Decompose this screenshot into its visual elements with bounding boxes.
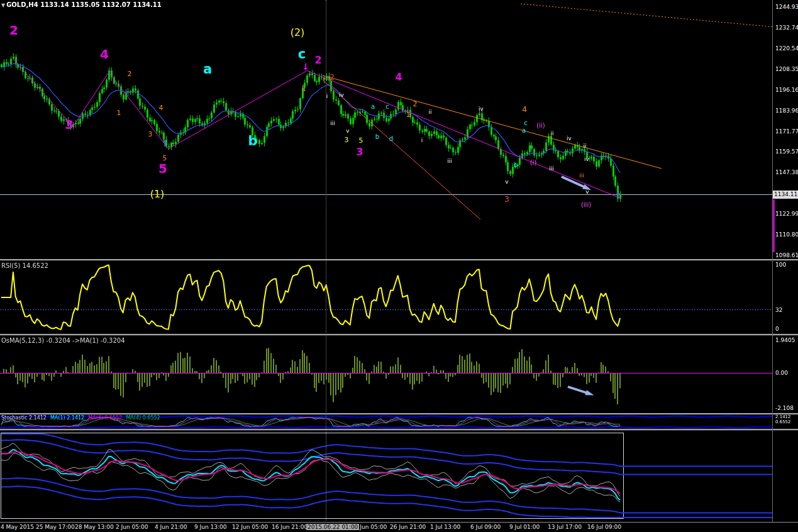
wave-label: 2 xyxy=(413,101,418,108)
axis-label: 0.6552 xyxy=(775,419,791,424)
wave-label: 3 xyxy=(356,147,363,157)
wave-label: 2 xyxy=(330,74,335,81)
price-axis-label: 1171.77 xyxy=(775,128,798,135)
wave-label: iii xyxy=(330,121,335,126)
osma-indicator-chart[interactable] xyxy=(0,336,773,413)
wave-label: 2 xyxy=(9,24,18,36)
wave-label: 5 xyxy=(158,162,167,175)
wave-label: iii xyxy=(549,166,554,172)
wave-label: (ii) xyxy=(536,123,545,129)
wave-label: i xyxy=(326,94,328,99)
price-axis-label: 1183.96 xyxy=(775,108,798,114)
wave-label: i xyxy=(421,138,423,143)
panel-separator[interactable] xyxy=(0,429,798,431)
axis-label: 1.9405 xyxy=(775,337,795,343)
axis-label: -2.108 xyxy=(775,405,794,411)
rsi-label: RSI(5) 14.6522 xyxy=(1,262,48,269)
time-axis-label: 13 Jul 17:00 xyxy=(548,524,582,530)
rsi-indicator-chart[interactable] xyxy=(0,261,773,334)
wave-label: 3 xyxy=(148,131,153,138)
wave-label: (2) xyxy=(291,28,305,38)
wave-label: v xyxy=(505,179,508,185)
vertical-date-line xyxy=(326,0,326,521)
wave-label: v xyxy=(585,189,589,195)
chart-title: ▼GOLD,H4 1133.14 1135.05 1132.07 1134.11 xyxy=(1,1,162,8)
price-axis-label: 1098.61 xyxy=(775,252,798,258)
panel-separator[interactable] xyxy=(0,334,798,336)
indicator-label-fragment: Stochastic 2.1412 xyxy=(1,415,47,421)
scale-border xyxy=(772,0,773,522)
price-axis-label: 1220.54 xyxy=(775,45,798,52)
time-axis-label: 25 May 17:00 xyxy=(36,524,75,530)
wave-label: 4 xyxy=(395,72,402,82)
wave-label: iv xyxy=(479,106,484,112)
wave-label: 1 xyxy=(406,111,411,118)
axis-label: 2.1412 xyxy=(775,414,791,419)
trade-signal-arrow-icon: ↑ xyxy=(161,139,169,148)
time-axis-label: 28 May 13:00 xyxy=(75,524,114,530)
wave-label: 3 xyxy=(345,136,349,143)
wave-label: 3 xyxy=(65,118,74,131)
wave-label: 4 xyxy=(159,104,163,111)
wave-label: iii xyxy=(447,158,452,164)
indicator-label-fragment: MA(4) 0.6552 xyxy=(126,415,160,421)
wave-label: 2 xyxy=(314,55,321,65)
wave-label: ii xyxy=(550,131,553,136)
wave-label: (iii) xyxy=(581,202,591,208)
wave-label: iii xyxy=(579,173,584,179)
wave-label: 5 xyxy=(359,137,363,144)
price-axis-label: 1244.93 xyxy=(775,4,798,10)
time-axis-label: 4 Jun 21:00 xyxy=(155,524,187,530)
wave-label: 4 xyxy=(522,106,527,113)
wave-label: iv xyxy=(339,92,344,98)
time-axis[interactable]: 4 May 201525 May 17:0028 May 13:002 Jun … xyxy=(0,522,798,532)
wave-label: 3 xyxy=(504,196,509,203)
price-axis-label: 1196.16 xyxy=(775,87,798,93)
time-axis-label: 16 Jun 21:00 xyxy=(272,524,308,530)
time-axis-label: 9 Jul 01:00 xyxy=(509,524,540,530)
time-axis-label: 1 Jul 13:00 xyxy=(430,524,460,530)
symbol-dropdown-marker-icon[interactable]: ▼ xyxy=(1,3,5,8)
wave-label: iv xyxy=(584,157,589,162)
wave-label: a xyxy=(371,104,375,110)
current-price-box: 1134.11 xyxy=(773,191,798,199)
axis-label: 0.00 xyxy=(775,370,788,376)
wave-label: c xyxy=(298,48,306,61)
axis-label: 32 xyxy=(775,307,782,313)
osma-label: OsMA(5,12,3) -0.3204 ->MA(1) -0.3204 xyxy=(1,337,125,344)
price-axis-label: 1122.99 xyxy=(775,211,798,217)
wave-label: ii xyxy=(428,109,431,115)
wave-label: iv xyxy=(567,136,572,141)
time-axis-highlighted-label: 2015.06.22 01:00 xyxy=(306,524,359,530)
indicator-label-fragment: MA(1) 2.1412 xyxy=(50,415,84,421)
chart-ohlc-title: GOLD,H4 1133.14 1135.05 1132.07 1134.11 xyxy=(6,1,162,8)
wave-label: b xyxy=(248,135,257,148)
wave-label: 1 xyxy=(117,109,121,116)
time-axis-label: 6 Jul 09:00 xyxy=(470,524,501,530)
time-axis-label: 9 Jun 13:00 xyxy=(194,524,226,530)
main-price-chart[interactable] xyxy=(0,0,773,259)
wave-label: 4 xyxy=(100,48,109,60)
wave-label: ii xyxy=(583,143,586,149)
wave-label: a xyxy=(203,63,212,76)
wave-label: c xyxy=(524,120,528,126)
wave-label: b xyxy=(514,162,518,169)
price-axis-label: 1110.80 xyxy=(775,231,798,238)
trade-signal-arrow-icon: ↓ xyxy=(302,62,309,71)
wave-label: b xyxy=(375,134,379,140)
panel-separator[interactable] xyxy=(0,259,798,261)
wave-label: c xyxy=(385,104,389,110)
time-axis-label: 4 May 2015 xyxy=(1,524,34,530)
wave-label: (i) xyxy=(530,160,537,166)
wave-label: 1 xyxy=(301,85,306,92)
indicator-label-fragment: MA(4) 0.6552 xyxy=(88,415,122,421)
axis-label: 100 xyxy=(775,262,786,268)
mt4-chart-window: ▼GOLD,H4 1133.14 1135.05 1132.07 1134.11… xyxy=(0,0,798,532)
price-axis-label: 1159.57 xyxy=(775,148,798,155)
wave-label: 2 xyxy=(128,70,132,77)
stochastic-label: Stochastic 2.1412MA(1) 2.1412MA(4) 0.655… xyxy=(1,415,164,421)
custom-indicator-chart[interactable] xyxy=(0,431,773,521)
time-axis-label: 2 Jun 05:00 xyxy=(116,524,148,530)
time-axis-label: 12 Jun 05:00 xyxy=(232,524,268,530)
time-axis-label: 16 Jul 09:00 xyxy=(587,524,621,530)
